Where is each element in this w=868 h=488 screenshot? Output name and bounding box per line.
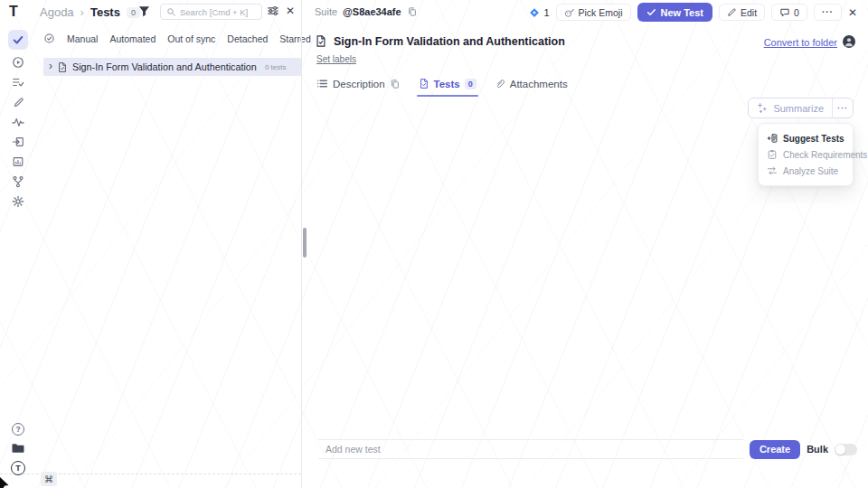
command-key-icon: ⌘ <box>44 474 53 484</box>
account-avatar: T <box>11 461 25 475</box>
help-icon: ? <box>12 423 24 436</box>
search-icon <box>166 7 176 17</box>
suite-id-row: Suite @S8ae34afe <box>315 6 418 17</box>
sidebar-item-plans[interactable] <box>8 75 28 89</box>
tab-attachments[interactable]: Attachments <box>495 78 568 97</box>
sidebar-item-pulse[interactable] <box>8 115 28 129</box>
pick-emoji-label: Pick Emoji <box>579 7 623 18</box>
help-button[interactable]: ? <box>12 423 24 436</box>
list-tab-automated[interactable]: Automated <box>109 33 156 44</box>
suite-list-row[interactable]: › Sign-In Form Validation and Authentica… <box>43 58 301 76</box>
close-panel-button[interactable]: ✕ <box>848 7 857 18</box>
breadcrumb-section[interactable]: Tests <box>90 5 120 19</box>
check-icon <box>12 33 24 46</box>
account-button[interactable]: T <box>11 461 25 475</box>
sidebar-item-import[interactable] <box>8 135 28 149</box>
breadcrumb-project[interactable]: Agoda <box>40 5 74 19</box>
diamond-icon <box>529 7 540 18</box>
sidebar-item-settings[interactable] <box>8 194 28 209</box>
copy-icon <box>407 6 418 17</box>
panel-divider <box>301 0 302 488</box>
convert-to-folder-link[interactable]: Convert to folder <box>764 37 837 48</box>
linked-issues-count: 1 <box>543 7 549 18</box>
menu-item-analyze-suite[interactable]: Analyze Suite <box>759 163 853 179</box>
tab-tests[interactable]: Tests 0 <box>419 78 476 97</box>
folder-icon <box>11 442 25 455</box>
list-tab-detached[interactable]: Detached <box>227 33 268 44</box>
sidebar-item-runs[interactable] <box>8 55 28 70</box>
more-actions-button[interactable]: ··· <box>814 4 842 21</box>
pick-emoji-button[interactable]: Pick Emoji <box>556 4 631 21</box>
sidebar-item-analytics[interactable] <box>8 155 28 169</box>
header-actions: 1 Pick Emoji New Test Edit 0 ··· ✕ <box>529 3 857 22</box>
comment-bubble-icon <box>779 7 790 18</box>
menu-item-suggest-tests[interactable]: Suggest Tests <box>759 130 853 146</box>
box-arrow-icon <box>12 136 24 148</box>
test-file-icon <box>419 78 429 89</box>
expand-chevron-icon[interactable]: › <box>49 61 52 71</box>
sliders-icon <box>267 5 279 17</box>
set-labels-link[interactable]: Set labels <box>316 54 356 64</box>
copy-suite-id-button[interactable] <box>407 6 418 17</box>
close-icon: ✕ <box>848 7 857 18</box>
search-input[interactable] <box>180 7 256 17</box>
app-logo[interactable]: T <box>9 4 18 20</box>
pulse-icon <box>12 116 24 128</box>
comments-count: 0 <box>794 7 799 18</box>
tab-tests-count-badge: 0 <box>465 79 476 89</box>
tab-description[interactable]: Description <box>316 78 401 97</box>
page-title: Sign-In Form Validation and Authenticati… <box>334 35 565 48</box>
clipboard-check-icon <box>767 149 778 160</box>
edit-button[interactable]: Edit <box>719 4 765 21</box>
suite-row-meta: 0 tests <box>265 63 287 71</box>
assignee-avatar[interactable] <box>843 35 855 48</box>
check-icon <box>646 7 656 17</box>
list-tab-manual[interactable]: Manual <box>67 33 98 44</box>
suite-file-icon <box>315 34 327 48</box>
filter-settings-button[interactable] <box>267 5 279 17</box>
close-icon: ✕ <box>286 5 295 16</box>
add-test-input[interactable] <box>326 444 736 455</box>
detail-tabs: Description Tests 0 Attachments <box>316 78 568 97</box>
suite-file-icon <box>57 61 68 73</box>
list-filter-tabs: Manual Automated Out of sync Detached St… <box>43 33 311 44</box>
summarize-label: Summarize <box>773 103 824 114</box>
linked-issues-chip[interactable]: 1 <box>529 7 549 18</box>
edit-label: Edit <box>741 7 757 18</box>
sidebar-item-branches[interactable] <box>8 174 28 189</box>
panel-resize-handle[interactable] <box>303 228 307 258</box>
summarize-button[interactable]: Summarize <box>749 99 832 117</box>
tab-description-label: Description <box>333 79 385 89</box>
new-test-button[interactable]: New Test <box>637 3 712 22</box>
sidebar-rail-bottom: ? T <box>0 423 36 475</box>
bulk-toggle[interactable] <box>835 444 857 455</box>
gear-icon <box>12 195 24 208</box>
more-icon: ··· <box>822 7 834 17</box>
menu-item-label: Analyze Suite <box>783 166 838 176</box>
tab-attachments-label: Attachments <box>510 79 568 89</box>
tab-tests-label: Tests <box>434 79 460 89</box>
close-search-button[interactable]: ✕ <box>286 5 295 16</box>
pencil-icon <box>13 97 24 108</box>
sidebar-item-compose[interactable] <box>8 95 28 109</box>
review-filter-button[interactable] <box>43 33 55 44</box>
menu-item-check-requirements[interactable]: Check Requirements <box>759 146 853 163</box>
create-button[interactable]: Create <box>750 440 800 459</box>
projects-button[interactable] <box>11 442 25 455</box>
emoji-pencil-icon <box>564 7 575 18</box>
summarize-more-button[interactable]: ··· <box>833 99 853 117</box>
sidebar-rail <box>0 30 36 209</box>
list-tab-starred[interactable]: Starred <box>279 33 310 44</box>
doc-plus-icon <box>767 133 778 144</box>
copy-description-icon[interactable] <box>390 79 401 89</box>
add-test-field <box>318 439 743 459</box>
create-label: Create <box>760 444 790 455</box>
menu-item-label: Check Requirements <box>783 150 867 160</box>
filter-button[interactable] <box>137 5 151 18</box>
new-test-label: New Test <box>661 7 703 18</box>
breadcrumb: Agoda › Tests 0 <box>40 5 140 19</box>
sidebar-item-tests[interactable] <box>8 30 28 50</box>
keyboard-shortcuts-button[interactable]: ⌘ <box>41 472 57 486</box>
comments-button[interactable]: 0 <box>771 4 807 21</box>
list-tab-out-of-sync[interactable]: Out of sync <box>167 33 215 44</box>
